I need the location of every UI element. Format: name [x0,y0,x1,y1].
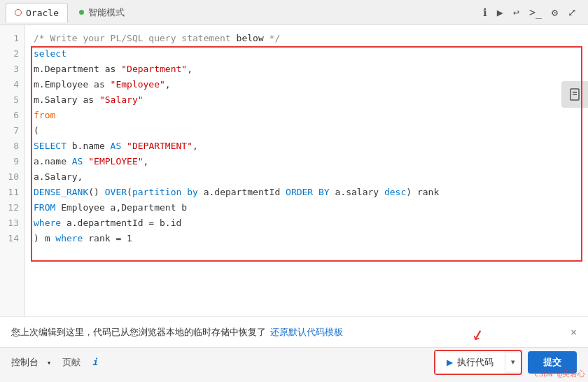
tab-right: ℹ ▶ ↩ >_ ⚙ ⤢ [483,6,582,19]
mode-tab-label: 智能模式 [88,6,125,19]
code-line-11: DENSE_RANK() OVER(partition by a.departm… [34,185,582,200]
code-line-2: select [34,46,582,62]
mode-dot-icon [79,10,84,15]
tab-left: Oracle 智能模式 [6,3,133,22]
right-float-button[interactable] [561,81,588,108]
code-line-13: where a.departmentId = b.id [34,215,582,231]
code-line-14: ) m where rank = 1 [34,231,582,246]
code-line-8: SELECT b.name AS "DEPARTMENT", [34,139,582,154]
code-line-12: FROM Employee a,Department b [34,200,582,215]
tab-oracle[interactable]: Oracle [6,3,68,22]
undo-icon[interactable]: ↩ [513,6,519,19]
console-button[interactable]: 控制台 ▾ [11,356,51,369]
code-line-6: from [34,108,582,123]
oracle-circle-icon [15,9,22,16]
code-line-5: m.Salary as "Salary" [34,92,582,108]
code-line-7: ( [34,123,582,139]
contribute-info-icon[interactable]: i [92,357,97,367]
run-code-button[interactable]: ▶ 执行代码 [435,351,505,374]
notify-text: 您上次编辑到这里，代码已从您浏览器本地的临时存储中恢复了 [11,326,266,339]
bottom-bar: 控制台 ▾ 页献 i ▶ 执行代码 ▾ 提交 [0,347,588,376]
code-line-9: a.name AS "EMPLOYEE", [34,154,582,169]
code-editor[interactable]: /* Write your PL/SQL query statement bel… [25,25,588,316]
bottom-left: 控制台 ▾ 页献 i [11,356,97,369]
run-chevron-icon: ▾ [511,358,515,366]
contribute-label: 页献 [62,356,80,369]
code-line-3: m.Department as "Department", [34,62,582,77]
restore-template-link[interactable]: 还原默认代码模板 [270,326,343,339]
watermark: CSDN @吴若心 [534,369,585,379]
oracle-tab-label: Oracle [26,8,59,18]
tab-mode[interactable]: 智能模式 [71,3,133,22]
settings-icon[interactable]: ⚙ [552,6,558,19]
play-icon: ▶ [447,358,453,367]
run-code-group: ▶ 执行代码 ▾ [434,350,522,375]
editor-container: 1 2 3 4 5 6 7 8 9 10 11 12 13 14 /* Writ… [0,25,588,316]
info-icon[interactable]: ℹ [483,6,487,19]
notify-bar: 您上次编辑到这里，代码已从您浏览器本地的临时存储中恢复了 还原默认代码模板 × [0,316,588,347]
terminal-icon[interactable]: >_ [529,6,542,19]
console-dropdown-icon: ▾ [47,358,52,367]
line-numbers: 1 2 3 4 5 6 7 8 9 10 11 12 13 14 [0,25,25,316]
run-toolbar-icon[interactable]: ▶ [497,6,503,19]
code-line-4: m.Employee as "Employee", [34,77,582,92]
notify-close-button[interactable]: × [570,326,577,339]
code-line-1: /* Write your PL/SQL query statement bel… [34,31,582,46]
bookmark-icon [568,87,582,101]
code-line-10: a.Salary, [34,169,582,185]
console-label: 控制台 [11,357,38,367]
run-dropdown-button[interactable]: ▾ [505,353,521,372]
expand-icon[interactable]: ⤢ [568,6,577,19]
tab-bar: Oracle 智能模式 ℹ ▶ ↩ >_ ⚙ ⤢ [0,0,588,25]
run-code-label: 执行代码 [457,356,493,369]
